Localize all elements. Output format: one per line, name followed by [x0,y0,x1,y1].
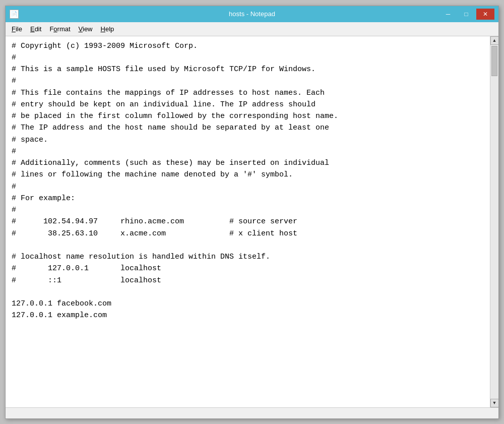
scrollbar-track[interactable] [490,45,498,399]
menu-file[interactable]: File [8,24,26,34]
scroll-up-button[interactable]: ▲ [490,36,499,45]
title-bar-controls: ─ □ ✕ [439,9,494,20]
app-icon-glyph: 📄 [11,11,17,17]
close-button[interactable]: ✕ [476,9,494,20]
title-bar-left: 📄 [10,10,19,19]
menu-view[interactable]: View [75,24,97,34]
scroll-down-button[interactable]: ▼ [490,399,499,407]
scrollbar-thumb[interactable] [491,46,497,76]
menu-edit[interactable]: Edit [26,24,45,34]
content-area: ▲ ▼ [6,36,498,407]
maximize-button[interactable]: □ [457,9,475,20]
app-icon: 📄 [10,10,19,19]
menu-format[interactable]: Format [45,24,74,34]
menu-bar: File Edit Format View Help [6,22,498,36]
title-bar: 📄 hosts - Notepad ─ □ ✕ [6,6,498,22]
window-title: hosts - Notepad [229,10,275,18]
text-editor[interactable] [6,36,490,407]
status-bar [6,407,498,418]
menu-help[interactable]: Help [97,24,118,34]
notepad-window: 📄 hosts - Notepad ─ □ ✕ File Edit Format… [5,6,499,419]
minimize-button[interactable]: ─ [439,9,457,20]
scrollbar-vertical: ▲ ▼ [490,36,498,407]
